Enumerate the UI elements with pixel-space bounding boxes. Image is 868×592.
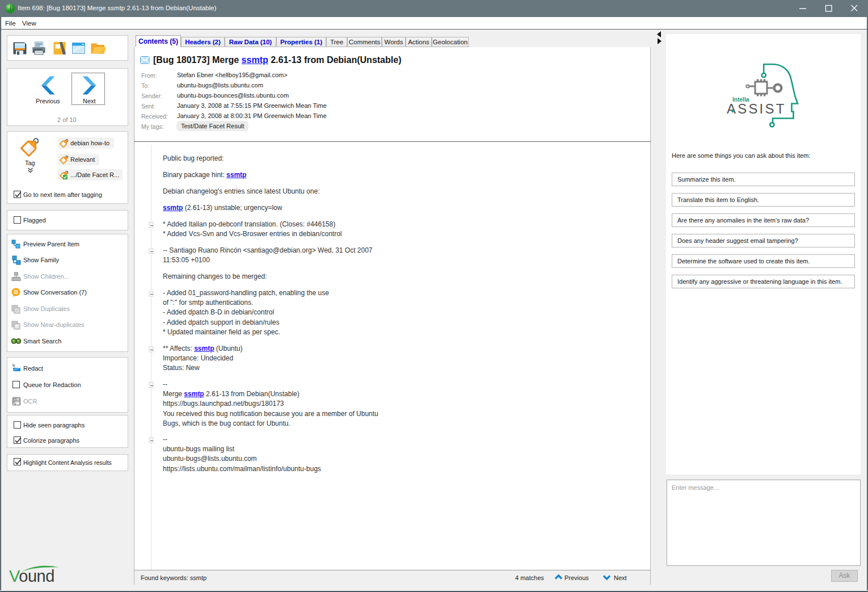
svg-text:ASSIST: ASSIST bbox=[727, 101, 786, 116]
